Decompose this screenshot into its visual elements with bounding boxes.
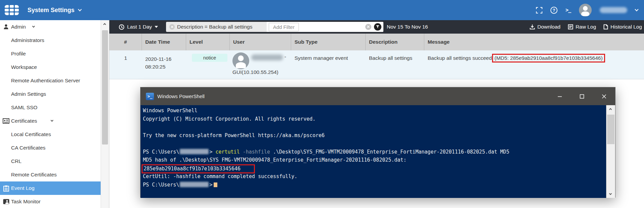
add-filter-button[interactable]: Add Filter (269, 23, 299, 31)
scroll-up-icon[interactable] (609, 108, 612, 111)
cell-user: - GUI(10.100.55.254) (230, 50, 291, 79)
date-value: 2020-11-16 (145, 55, 186, 63)
cell-message: Backup all settings succeed(MD5: 285e9ab… (424, 50, 644, 79)
powershell-title: Windows PowerShell (157, 93, 205, 99)
certificate-card-icon (3, 118, 9, 124)
username-redacted (600, 7, 627, 13)
scrollbar-thumb[interactable] (102, 30, 108, 144)
username-redacted (180, 182, 209, 187)
md5-hash-annotation-redbox: 285e9ab2910aa8cf91b7e103b3345646 (142, 164, 255, 173)
maximize-button[interactable] (571, 87, 593, 105)
console-line: MD5 hash of .\Desktop\SYS FMG-VMTM200094… (143, 156, 604, 164)
download-button[interactable]: Download (530, 24, 560, 30)
account-chevron-down-icon[interactable] (635, 7, 638, 11)
fortinet-logo-icon[interactable] (5, 5, 19, 15)
table-row[interactable]: 1 2020-11-16 08:20:25 notice - GUI(10.10… (109, 50, 644, 79)
console-scrollbar[interactable] (606, 105, 615, 198)
filter-bar[interactable]: ✕ Description = Backup all settings Add … (166, 22, 383, 32)
clear-filters-icon[interactable]: ✕ (365, 24, 371, 30)
console-line: CertUtil: -hashfile command completed su… (143, 172, 604, 181)
sidebar-item-profile[interactable]: Profile (0, 47, 101, 60)
column-header-level[interactable]: Level (186, 34, 230, 50)
chevron-down-icon (50, 119, 53, 122)
sidebar-item-administrators[interactable]: Administrators (0, 34, 101, 47)
sidebar-item-remote-certificates[interactable]: Remote Certificates (0, 168, 101, 181)
help-icon[interactable]: ? (550, 7, 557, 14)
console-line: Try the new cross-platform PowerShell ht… (143, 131, 604, 140)
username-redacted (180, 149, 209, 154)
time-range-label: Last 1 Day (127, 24, 152, 30)
console-line: PS C:\Users\> certutil -hashfile .\Deskt… (143, 148, 604, 156)
cli-console-icon[interactable]: >_ (566, 7, 571, 13)
cell-datetime: 2020-11-16 08:20:25 (142, 50, 186, 79)
sidebar-item-task-monitor[interactable]: Task Monitor (0, 195, 101, 208)
user-row-avatar (232, 52, 249, 69)
sidebar-item-ca-certificates[interactable]: CA Certificates (0, 141, 101, 155)
time-value: 08:20:25 (145, 63, 186, 71)
sidebar-item-local-certificates[interactable]: Local Certificates (0, 128, 101, 141)
historical-log-button[interactable]: Historical Log (603, 24, 642, 30)
column-header-sub-type[interactable]: Sub Type (291, 34, 366, 50)
console-line (143, 123, 604, 131)
time-range-dropdown[interactable]: Last 1 Day (119, 24, 158, 30)
fullscreen-icon[interactable] (536, 7, 542, 13)
sidebar-item-saml-sso[interactable]: SAML SSO (0, 101, 101, 114)
console-cursor (214, 182, 217, 187)
console-line (143, 139, 604, 148)
event-log-toolbar: Last 1 Day ✕ Description = Backup all se… (109, 20, 644, 34)
minimize-button[interactable] (549, 87, 571, 105)
user-avatar[interactable] (579, 4, 592, 16)
cell-description: Backup all settings (366, 50, 424, 79)
user-session: GUI(10.100.55.254) (232, 69, 278, 75)
level-badge: notice (192, 54, 227, 62)
sidebar-item-admin-settings[interactable]: Admin Settings (0, 87, 101, 101)
sidebar-item-crl[interactable]: CRL (0, 155, 101, 168)
chevron-down-icon (78, 7, 82, 11)
close-button[interactable] (593, 87, 615, 105)
sidebar-item-certificates[interactable]: Certificates (0, 114, 101, 128)
sidebar-item-event-log[interactable]: Event Log (0, 181, 101, 195)
chevron-down-icon (32, 25, 35, 28)
cell-subtype: System manager event (291, 50, 366, 79)
column-header-user[interactable]: User (230, 34, 291, 50)
cell-number: 1 (109, 50, 142, 79)
filter-funnel-icon[interactable] (374, 23, 381, 31)
message-text: Backup all settings succeed (428, 55, 492, 61)
sidebar-item-workspace[interactable]: Workspace (0, 60, 101, 74)
scroll-down-icon[interactable] (609, 192, 612, 195)
top-bar: System Settings ? >_ (0, 0, 644, 20)
download-icon (530, 24, 535, 30)
app-title-menu[interactable]: System Settings (28, 0, 81, 20)
column-header-[interactable]: # (109, 34, 142, 50)
scroll-up-icon[interactable] (103, 23, 106, 26)
cell-level: notice (186, 50, 230, 79)
dropdown-caret-icon (155, 26, 158, 28)
powershell-window[interactable]: >_ Windows PowerShell Windows PowerShell… (140, 87, 615, 198)
filter-chip-label: Description = Backup all settings (177, 24, 252, 30)
console-line: PS C:\Users\> (143, 181, 604, 189)
column-header-description[interactable]: Description (366, 34, 424, 50)
column-header-date-time[interactable]: Date Time (142, 34, 186, 50)
raw-log-button[interactable]: Raw Log (568, 24, 596, 30)
sidebar-item-admin[interactable]: Admin (0, 20, 101, 34)
raw-log-icon (568, 24, 573, 30)
fortimanager-system-settings-screen: System Settings ? >_ AdminAdministrators… (0, 0, 644, 208)
historical-log-icon (603, 24, 608, 30)
page-title: System Settings (28, 7, 74, 14)
powershell-titlebar[interactable]: >_ Windows PowerShell (141, 87, 615, 105)
username-redacted (251, 54, 283, 60)
remove-filter-icon[interactable]: ✕ (169, 24, 175, 30)
table-header: #Date TimeLevelUserSub TypeDescriptionMe… (109, 34, 644, 50)
console-line: Windows PowerShell (143, 107, 604, 115)
scrollbar-thumb[interactable] (607, 115, 614, 144)
powershell-app-icon: >_ (146, 93, 154, 100)
sidebar-item-remote-authentication-server[interactable]: Remote Authentication Server (0, 74, 101, 87)
user-dash: - (284, 54, 286, 60)
filter-chip[interactable]: ✕ Description = Backup all settings (166, 24, 252, 30)
powershell-console[interactable]: Windows PowerShellCopyright (C) Microsof… (141, 105, 615, 198)
console-line: 285e9ab2910aa8cf91b7e103b3345646 (143, 164, 604, 173)
column-header-message[interactable]: Message (424, 34, 644, 50)
sidebar-scrollbar[interactable] (101, 20, 109, 208)
event-log-clipboard-icon (3, 185, 9, 192)
filter-input[interactable]: Add Filter ✕ (267, 22, 383, 32)
